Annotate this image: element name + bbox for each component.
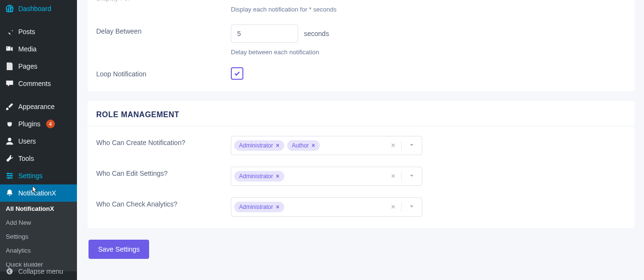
role-management-panel: ROLE MANAGEMENT Who Can Create Notificat… [88,101,634,228]
delay-between-help: Delay between each notification [231,49,626,56]
pin-icon [5,27,14,37]
sidebar-submenu: All NotificationX Add New Settings Analy… [0,202,77,271]
sidebar-item-tools[interactable]: Tools [0,150,77,167]
sliders-icon [5,171,14,181]
save-settings-button[interactable]: Save Settings [88,240,149,259]
submenu-item-settings[interactable]: Settings [0,230,77,243]
delay-between-unit: seconds [304,30,329,37]
who-create-row: Who Can Create Notification? Administrat… [96,130,626,161]
chevron-down-icon[interactable] [404,203,419,211]
who-edit-select[interactable]: Administrator× × [231,167,422,186]
tag-remove-icon[interactable]: × [312,142,315,149]
delay-between-row: Delay Between seconds Delay between each… [96,19,626,61]
admin-sidebar: Dashboard Posts Media Pages Comments App… [0,0,77,280]
clear-all-icon[interactable]: × [388,203,398,211]
sidebar-label: Appearance [18,103,55,110]
sidebar-item-settings[interactable]: Settings [0,167,77,184]
sidebar-item-users[interactable]: Users [0,133,77,150]
sidebar-label: Pages [18,62,38,70]
who-create-select[interactable]: Administrator× Author× × [231,136,422,155]
svg-point-4 [11,175,13,177]
tag-label: Author [292,142,309,149]
sidebar-label: Plugins [18,120,40,128]
brush-icon [5,102,14,111]
sidebar-item-dashboard[interactable]: Dashboard [0,0,77,17]
sidebar-label: Tools [18,155,34,162]
tag-label: Administrator [239,142,273,149]
wrench-icon [5,154,14,163]
timing-panel: Display For seconds Display each notific… [88,0,634,91]
pages-icon [5,61,14,71]
sidebar-item-pages[interactable]: Pages [0,58,77,75]
svg-rect-1 [7,63,13,70]
submenu-item-addnew[interactable]: Add New [0,216,77,230]
sidebar-label: Users [18,137,36,145]
svg-point-5 [8,177,10,179]
tag: Administrator× [234,202,284,212]
sidebar-label: Comments [18,80,51,87]
main-content: Display For seconds Display each notific… [77,0,644,280]
svg-point-3 [7,173,9,175]
svg-point-2 [8,138,11,141]
comment-icon [5,79,14,88]
tag-remove-icon[interactable]: × [276,142,279,149]
loop-label: Loop Notification [96,67,231,78]
sidebar-label: Media [18,45,37,53]
sidebar-label: Settings [18,172,43,180]
clear-all-icon[interactable]: × [388,141,398,150]
clear-all-icon[interactable]: × [388,172,398,181]
tag-remove-icon[interactable]: × [276,204,279,210]
check-icon [233,70,241,77]
tag-label: Administrator [239,173,273,180]
who-create-label: Who Can Create Notification? [96,136,231,146]
display-for-help: Display each notification for * seconds [231,6,626,13]
delay-between-input[interactable] [231,24,298,43]
sidebar-label: Posts [18,28,35,36]
collapse-menu-button[interactable]: Collapse menu [0,262,77,280]
dashboard-icon [5,4,14,13]
collapse-icon [5,267,14,276]
collapse-label: Collapse menu [18,268,63,275]
display-for-row: Display For seconds Display each notific… [96,0,626,19]
submenu-item-analytics[interactable]: Analytics [0,243,77,257]
tag: Author× [287,140,320,151]
loop-checkbox[interactable] [231,67,243,80]
who-analytics-select[interactable]: Administrator× × [231,197,422,217]
sidebar-label: NotificationX [18,189,56,197]
delay-between-label: Delay Between [96,24,231,35]
media-icon [5,44,14,54]
role-management-title: ROLE MANAGEMENT [88,101,634,126]
sidebar-item-notificationx[interactable]: NotificationX [0,184,77,202]
sidebar-item-posts[interactable]: Posts [0,23,77,40]
who-edit-row: Who Can Edit Settings? Administrator× × [96,161,626,192]
chevron-down-icon[interactable] [404,172,419,181]
chevron-down-icon[interactable] [404,142,419,150]
loop-row: Loop Notification [96,61,626,85]
display-for-label: Display For [96,0,231,2]
tag-label: Administrator [239,204,273,210]
who-analytics-row: Who Can Check Analytics? Administrator× … [96,192,626,222]
who-analytics-label: Who Can Check Analytics? [96,197,231,208]
user-icon [5,136,14,146]
who-edit-label: Who Can Edit Settings? [96,167,231,177]
svg-point-6 [7,268,13,275]
plug-icon [5,119,14,129]
tag: Administrator× [234,140,284,151]
sidebar-item-appearance[interactable]: Appearance [0,98,77,115]
tag-remove-icon[interactable]: × [276,173,279,180]
sidebar-label: Dashboard [18,5,51,12]
submenu-item-all[interactable]: All NotificationX [0,202,77,216]
tag: Administrator× [234,171,284,182]
bell-icon [5,188,14,198]
plugins-badge: 4 [46,120,55,128]
sidebar-item-media[interactable]: Media [0,40,77,58]
sidebar-item-plugins[interactable]: Plugins 4 [0,115,77,133]
sidebar-item-comments[interactable]: Comments [0,75,77,92]
